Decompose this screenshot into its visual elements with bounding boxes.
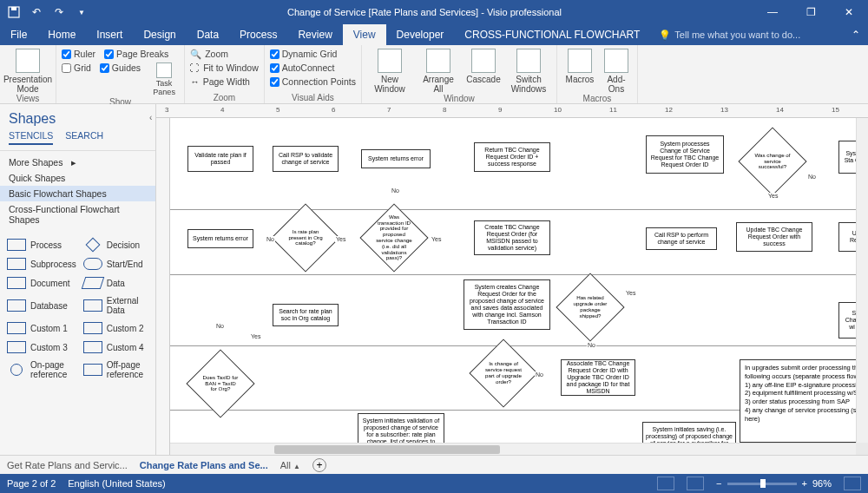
shape-custom-4[interactable]: Custom 4 <box>82 339 150 356</box>
flowchart-process[interactable]: Search for rate plan soc in Org catalog <box>273 304 339 326</box>
add-page-button[interactable]: + <box>312 458 326 472</box>
page-tab-1[interactable]: Get Rate Plans and Servic... <box>7 460 128 470</box>
undo-icon[interactable]: ↶ <box>26 2 47 23</box>
addons-button[interactable]: Add- Ons <box>601 47 632 94</box>
close-button[interactable]: ✕ <box>830 0 868 24</box>
pagebreaks-checkbox[interactable]: Page Breaks <box>104 47 168 61</box>
new-window-button[interactable]: New Window <box>367 47 412 94</box>
flowchart-process[interactable]: Return TBC Change Request Order ID + suc… <box>474 142 550 172</box>
more-shapes-item[interactable]: More Shapes▸ <box>0 154 155 170</box>
shape-custom-1[interactable]: Custom 1 <box>5 319 78 337</box>
cascade-button[interactable]: Cascade <box>464 47 503 84</box>
flowchart-decision[interactable]: Was change of service successful? <box>748 137 797 186</box>
tab-search[interactable]: SEARCH <box>65 130 103 145</box>
tab-insert[interactable]: Insert <box>86 24 133 45</box>
qat-dropdown-icon[interactable]: ▼ <box>71 2 92 23</box>
shape-start-end[interactable]: Start/End <box>82 255 150 273</box>
connector-label[interactable]: No <box>215 323 225 329</box>
flowchart-process[interactable]: Call RSP to validate change of service <box>273 146 339 172</box>
quick-shapes-item[interactable]: Quick Shapes <box>0 170 155 186</box>
shape-custom-3[interactable]: Custom 3 <box>5 339 78 356</box>
flowchart-process[interactable]: Validate rate plan if passed <box>187 146 253 172</box>
zoom-value[interactable]: 96% <box>812 478 832 489</box>
connector-label[interactable]: No <box>391 187 400 194</box>
zoom-slider[interactable] <box>727 483 797 485</box>
connector-label[interactable]: No <box>587 342 596 348</box>
vertical-scrollbar[interactable] <box>856 118 868 443</box>
connector-label[interactable]: No <box>266 236 275 242</box>
tab-review[interactable]: Review <box>287 24 342 45</box>
tab-view[interactable]: View <box>343 24 386 45</box>
zoom-in-button[interactable]: + <box>802 478 807 489</box>
flowchart-process[interactable]: System processes Change of Service Reque… <box>646 135 724 174</box>
grid-checkbox[interactable]: Grid <box>62 61 91 75</box>
task-panes-button[interactable]: Task Panes <box>149 61 179 97</box>
cff-shapes-item[interactable]: Cross-Functional Flowchart Shapes <box>0 201 155 227</box>
shape-database[interactable]: Database <box>5 293 78 318</box>
connector-label[interactable]: Yes <box>625 290 636 296</box>
page-width-button[interactable]: ↔Page Width <box>190 75 259 89</box>
tab-process[interactable]: Process <box>229 24 287 45</box>
basic-flowchart-item[interactable]: Basic Flowchart Shapes <box>0 186 155 201</box>
connector-label[interactable]: Yes <box>335 236 346 242</box>
drawing-page[interactable]: Validate rate plan if passedCall RSP to … <box>170 118 868 443</box>
shape-off-page-reference[interactable]: Off-page reference <box>82 358 150 382</box>
shape-custom-2[interactable]: Custom 2 <box>82 319 150 337</box>
zoom-out-button[interactable]: − <box>716 478 721 489</box>
connection-points-checkbox[interactable]: Connection Points <box>270 75 356 89</box>
flowchart-decision[interactable]: Is rate plan present in Org catalog? <box>281 214 330 262</box>
shape-decision[interactable]: Decision <box>82 236 150 253</box>
connector-label[interactable]: Yes <box>767 193 779 199</box>
flowchart-process[interactable]: System creates Change Request Order for … <box>464 279 550 330</box>
tab-design[interactable]: Design <box>133 24 186 45</box>
shape-data[interactable]: Data <box>82 274 150 292</box>
switch-windows-button[interactable]: Switch Windows <box>506 47 551 94</box>
flowchart-process[interactable]: System returns error <box>361 149 431 168</box>
flowchart-decision[interactable]: Has related upgrade order package shippe… <box>566 283 615 332</box>
arrange-all-button[interactable]: Arrange All <box>416 47 461 94</box>
canvas[interactable]: 3456789101112131415 Validate rate plan i… <box>156 104 868 455</box>
horizontal-scrollbar[interactable] <box>170 443 856 455</box>
tab-developer[interactable]: Developer <box>386 24 455 45</box>
flowchart-process[interactable]: Update TBC Change Request Order with suc… <box>736 222 812 252</box>
flowchart-note[interactable]: In upgrades submit order processing the … <box>740 359 868 443</box>
collapse-ribbon-icon[interactable]: ⌃ <box>844 24 868 45</box>
flowchart-process[interactable]: Call RSP to perform change of service <box>646 227 717 250</box>
page-indicator[interactable]: Page 2 of 2 <box>7 478 56 489</box>
fit-window-button[interactable]: ⛶Fit to Window <box>190 61 259 75</box>
panel-collapse-icon[interactable]: ‹ <box>149 113 152 122</box>
view-normal-button[interactable] <box>657 477 674 490</box>
connector-label[interactable]: Yes <box>250 333 261 339</box>
save-icon[interactable] <box>3 2 24 23</box>
zoom-button[interactable]: 🔍Zoom <box>190 47 259 61</box>
tab-data[interactable]: Data <box>187 24 229 45</box>
language-indicator[interactable]: English (United States) <box>68 478 166 489</box>
tellme-search[interactable]: 💡Tell me what you want to do... <box>650 24 809 45</box>
guides-checkbox[interactable]: Guides <box>100 61 141 75</box>
page-tab-all[interactable]: All ▲ <box>280 460 300 470</box>
flowchart-process[interactable]: System returns error <box>187 229 253 248</box>
tab-crossfunctional[interactable]: CROSS-FUNCTIONAL FLOWCHART <box>454 24 650 45</box>
view-pagewidth-button[interactable] <box>687 477 704 490</box>
shape-on-page-reference[interactable]: On-page reference <box>5 358 78 382</box>
flowchart-decision[interactable]: Was transaction ID provided for proposed… <box>370 214 418 262</box>
shape-process[interactable]: Process <box>5 236 78 253</box>
presentation-mode-button[interactable]: Presentation Mode <box>5 47 50 94</box>
flowchart-decision[interactable]: Is change of service request part of upg… <box>479 349 528 398</box>
flowchart-decision[interactable]: Does TaxID for BAN = TaxID for Org? <box>196 359 245 408</box>
connector-label[interactable]: No <box>535 371 544 378</box>
flowchart-process[interactable]: Create TBC Change Request Order (for MSI… <box>474 220 550 255</box>
flowchart-process[interactable]: Associate TBC Change Request Order ID wi… <box>561 359 635 396</box>
tab-home[interactable]: Home <box>37 24 86 45</box>
connector-label[interactable]: No <box>807 174 817 180</box>
shape-document[interactable]: Document <box>5 274 78 292</box>
redo-icon[interactable]: ↷ <box>49 2 69 23</box>
fit-page-button[interactable] <box>844 477 861 490</box>
dynamic-grid-checkbox[interactable]: Dynamic Grid <box>270 47 356 61</box>
ruler-checkbox[interactable]: Ruler <box>62 47 95 61</box>
zoom-slider-thumb[interactable] <box>760 479 766 488</box>
page-tab-2[interactable]: Change Rate Plans and Se... <box>140 460 268 470</box>
tab-stencils[interactable]: STENCILS <box>9 130 53 145</box>
shape-subprocess[interactable]: Subprocess <box>5 255 78 273</box>
minimize-button[interactable]: ― <box>753 0 792 24</box>
